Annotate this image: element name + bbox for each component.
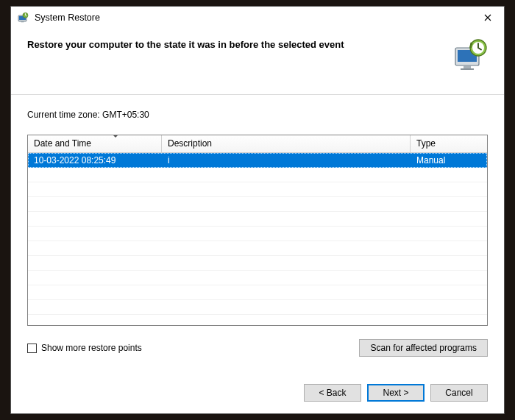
table-header: Date and Time Description Type bbox=[28, 135, 487, 153]
svg-rect-2 bbox=[21, 21, 24, 22]
close-button[interactable] bbox=[471, 7, 504, 29]
table-row-empty bbox=[28, 285, 487, 300]
titlebar: System Restore bbox=[11, 7, 504, 29]
restore-hero-icon bbox=[452, 38, 488, 73]
table-row-empty bbox=[28, 256, 487, 271]
show-more-checkbox[interactable]: Show more restore points bbox=[27, 343, 142, 353]
table-row[interactable]: 10-03-2022 08:25:49 i Manual bbox=[28, 153, 487, 168]
col-label: Date and Time bbox=[34, 138, 91, 149]
sort-desc-icon bbox=[113, 135, 118, 138]
col-description[interactable]: Description bbox=[162, 135, 411, 152]
svg-rect-6 bbox=[464, 65, 471, 68]
below-grid-row: Show more restore points Scan for affect… bbox=[27, 339, 488, 357]
checkbox-box-icon bbox=[27, 344, 37, 353]
table-row-empty bbox=[28, 227, 487, 241]
system-restore-icon bbox=[17, 12, 29, 24]
back-button[interactable]: < Back bbox=[304, 384, 361, 402]
table-row-empty bbox=[28, 300, 487, 315]
cell-type: Manual bbox=[411, 155, 487, 165]
next-button[interactable]: Next > bbox=[367, 384, 425, 402]
wizard-footer: < Back Next > Cancel bbox=[11, 374, 504, 413]
table-row-empty bbox=[28, 212, 487, 227]
table-row-empty bbox=[28, 197, 487, 212]
table-row-empty bbox=[28, 168, 487, 182]
page-heading: Restore your computer to the state it wa… bbox=[27, 38, 438, 50]
col-type[interactable]: Type bbox=[411, 135, 487, 152]
cancel-button[interactable]: Cancel bbox=[430, 384, 488, 402]
col-date-and-time[interactable]: Date and Time bbox=[28, 135, 162, 152]
cell-desc: i bbox=[162, 155, 411, 165]
wizard-header: Restore your computer to the state it wa… bbox=[11, 29, 504, 95]
restore-points-table: Date and Time Description Type 10-03-202… bbox=[27, 135, 488, 326]
table-body[interactable]: 10-03-2022 08:25:49 i Manual bbox=[28, 153, 487, 325]
table-row-empty bbox=[28, 182, 487, 197]
window-title: System Restore bbox=[35, 13, 471, 23]
scan-affected-button[interactable]: Scan for affected programs bbox=[359, 339, 488, 357]
table-row-empty bbox=[28, 271, 487, 285]
show-more-label: Show more restore points bbox=[41, 343, 142, 353]
system-restore-window: System Restore Restore your computer to … bbox=[10, 6, 505, 414]
table-row-empty bbox=[28, 241, 487, 256]
svg-rect-7 bbox=[461, 68, 474, 70]
timezone-value: GMT+05:30 bbox=[102, 110, 149, 120]
timezone-prefix: Current time zone: bbox=[27, 110, 102, 120]
timezone-label: Current time zone: GMT+05:30 bbox=[27, 110, 488, 120]
wizard-body: Current time zone: GMT+05:30 Date and Ti… bbox=[11, 95, 504, 374]
cell-date: 10-03-2022 08:25:49 bbox=[28, 155, 162, 165]
